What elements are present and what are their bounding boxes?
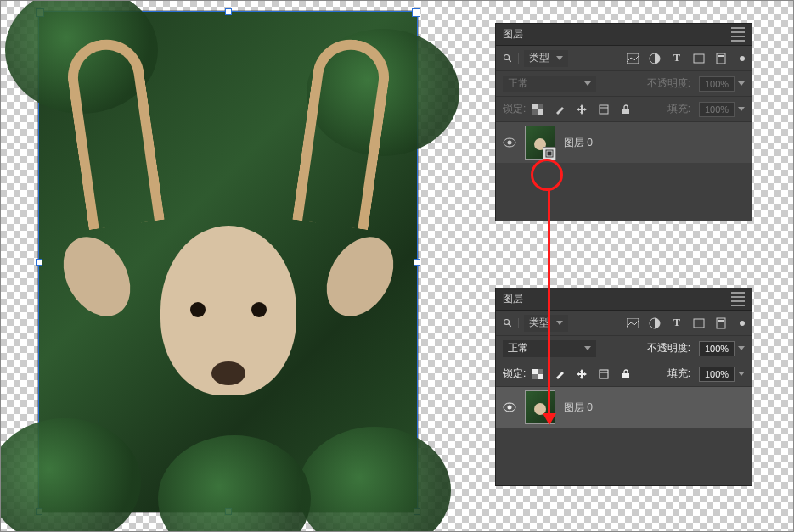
filter-image-icon[interactable] — [626, 316, 639, 330]
chevron-down-icon — [738, 346, 745, 350]
lock-artboard-icon[interactable] — [597, 103, 611, 116]
opacity-label: 不透明度: — [647, 341, 690, 356]
svg-rect-29 — [600, 370, 608, 378]
filter-type-dropdown[interactable]: 类型 — [524, 315, 568, 332]
svg-rect-23 — [717, 318, 725, 328]
svg-rect-6 — [718, 55, 724, 57]
lock-label: 锁定: — [503, 367, 526, 381]
blend-opacity-row: 正常 不透明度: 100% — [496, 336, 752, 361]
filter-type-dropdown[interactable]: 类型 — [524, 50, 568, 67]
svg-rect-13 — [622, 109, 629, 114]
blend-opacity-row: 正常 不透明度: 100% — [496, 71, 752, 97]
fill-value[interactable]: 100% — [699, 367, 735, 382]
lock-brush-icon[interactable] — [553, 367, 566, 381]
panel-menu-icon[interactable] — [731, 27, 745, 42]
svg-rect-25 — [532, 369, 538, 374]
lock-fill-row: 锁定: 填充: 100% — [496, 97, 752, 122]
opacity-value[interactable]: 100% — [699, 76, 735, 92]
svg-rect-22 — [694, 319, 704, 328]
transform-handle[interactable] — [225, 8, 232, 15]
filter-image-icon[interactable] — [626, 52, 639, 65]
panel-title: 图层 — [503, 27, 523, 42]
filter-toggle-icon[interactable] — [740, 321, 745, 326]
opacity-value[interactable]: 100% — [699, 341, 735, 356]
filter-toggle-icon[interactable] — [740, 56, 745, 61]
chevron-down-icon — [738, 81, 745, 86]
filter-adjust-icon[interactable] — [648, 52, 662, 65]
filter-smart-icon[interactable] — [714, 316, 728, 330]
lock-all-icon[interactable] — [619, 367, 633, 381]
blend-mode-label: 正常 — [508, 76, 528, 91]
filter-smart-icon[interactable] — [714, 52, 728, 65]
chevron-down-icon — [556, 321, 563, 325]
opacity-control[interactable]: 100% — [699, 341, 745, 356]
svg-rect-11 — [600, 105, 608, 114]
svg-rect-31 — [622, 373, 629, 378]
filter-type-text-icon[interactable]: T — [670, 316, 684, 330]
lock-label: 锁定: — [503, 102, 526, 116]
svg-line-19 — [509, 323, 511, 326]
transform-handle[interactable] — [414, 259, 420, 266]
layer-name[interactable]: 图层 0 — [564, 136, 593, 150]
fill-control[interactable]: 100% — [699, 367, 745, 382]
filter-shape-icon[interactable] — [692, 316, 706, 330]
filter-type-text-icon[interactable]: T — [670, 52, 684, 65]
canvas-image[interactable] — [38, 11, 418, 512]
chevron-down-icon — [556, 56, 563, 60]
svg-rect-27 — [538, 369, 543, 374]
panel-title: 图层 — [503, 292, 523, 306]
panel-menu-icon[interactable] — [731, 292, 745, 306]
lock-fill-row: 锁定: 填充: 100% — [496, 361, 752, 387]
filter-shape-icon[interactable] — [692, 52, 706, 65]
svg-rect-7 — [532, 104, 538, 109]
fill-value[interactable]: 100% — [699, 102, 735, 117]
layer-name[interactable]: 图层 0 — [564, 400, 593, 415]
chevron-down-icon — [738, 372, 745, 376]
lock-artboard-icon[interactable] — [597, 367, 611, 381]
layer-row[interactable]: 图层 0 — [496, 122, 752, 163]
blend-mode-label: 正常 — [508, 341, 528, 356]
svg-rect-24 — [718, 320, 724, 322]
opacity-control[interactable]: 100% — [699, 76, 745, 92]
layer-row[interactable]: 图层 0 — [496, 387, 752, 428]
fill-label: 填充: — [667, 102, 690, 116]
svg-line-1 — [509, 59, 511, 61]
lock-icons — [531, 367, 633, 381]
panel-header: 图层 — [496, 24, 752, 46]
svg-rect-17 — [548, 152, 552, 156]
svg-rect-8 — [538, 109, 543, 115]
svg-rect-28 — [532, 374, 538, 379]
lock-move-icon[interactable] — [575, 103, 588, 116]
search-icon[interactable] — [503, 318, 519, 328]
lock-pixels-icon[interactable] — [531, 103, 544, 116]
lock-icons — [531, 103, 633, 116]
filter-row: 类型 T — [496, 46, 752, 71]
search-icon[interactable] — [503, 53, 519, 64]
filter-adjust-icon[interactable] — [648, 316, 662, 330]
layers-panel-before: 图层 类型 T 正常 不透明度: 100% 锁定: — [495, 23, 752, 221]
blend-mode-dropdown[interactable]: 正常 — [503, 340, 596, 357]
fill-control[interactable]: 100% — [699, 102, 745, 117]
transform-handle[interactable] — [36, 259, 42, 266]
layers-panel-after: 图层 类型 T 正常 不透明度: 100% 锁定: — [495, 288, 752, 486]
lock-move-icon[interactable] — [575, 367, 588, 381]
visibility-eye-icon[interactable] — [503, 400, 516, 414]
foliage — [298, 427, 451, 532]
layer-thumbnail[interactable] — [525, 126, 555, 160]
layer-thumbnail[interactable] — [525, 390, 555, 424]
filter-icon-row: T — [626, 52, 745, 65]
panel-header: 图层 — [496, 288, 752, 311]
svg-point-33 — [508, 406, 512, 410]
filter-row: 类型 T — [496, 311, 752, 336]
visibility-eye-icon[interactable] — [503, 136, 516, 149]
lock-brush-icon[interactable] — [553, 103, 566, 116]
lock-pixels-icon[interactable] — [531, 367, 544, 381]
opacity-label: 不透明度: — [647, 76, 690, 91]
blend-mode-dropdown[interactable]: 正常 — [503, 76, 596, 92]
deer-subject — [110, 175, 347, 429]
foliage — [0, 418, 141, 532]
filter-type-label: 类型 — [529, 316, 549, 330]
smart-object-badge-icon — [543, 147, 556, 160]
lock-all-icon[interactable] — [619, 103, 633, 116]
svg-rect-9 — [538, 104, 543, 109]
